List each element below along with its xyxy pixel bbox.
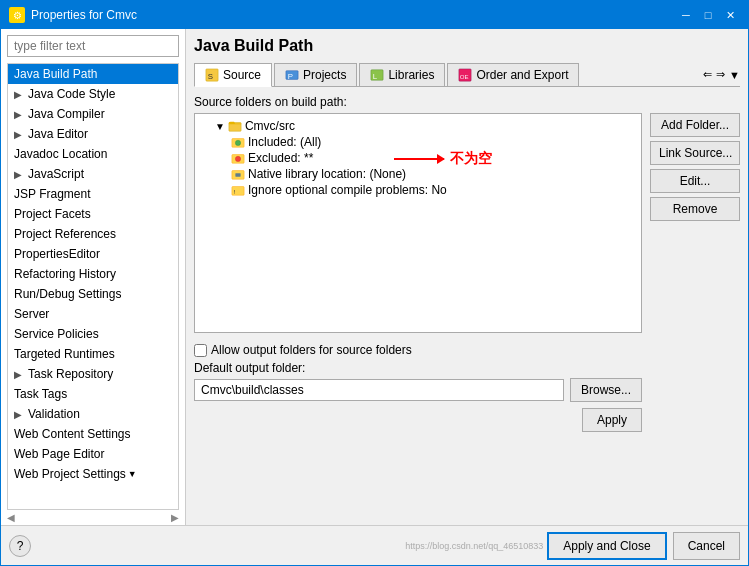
svg-point-12 <box>235 156 240 161</box>
svg-text:L: L <box>373 72 378 81</box>
apply-btn-row: Apply <box>194 408 642 432</box>
bottom-section: Allow output folders for source folders … <box>194 343 642 432</box>
sub-folder-excluded-icon <box>231 151 245 165</box>
close-button[interactable]: ✕ <box>720 5 740 25</box>
maximize-button[interactable]: □ <box>698 5 718 25</box>
title-bar: ⚙ Properties for Cmvc ─ □ ✕ <box>1 1 748 29</box>
svg-text:P: P <box>288 72 293 81</box>
browse-button[interactable]: Browse... <box>570 378 642 402</box>
footer: ? https://blog.csdn.net/qq_46510833 Appl… <box>1 525 748 565</box>
tab-nav-arrows: ⇐ ⇒ ▼ <box>703 63 740 86</box>
section-label: Source folders on build path: <box>194 95 740 109</box>
tab-source[interactable]: S Source <box>194 63 272 87</box>
more-indicator: ▼ <box>128 469 137 479</box>
sidebar-item-java-compiler[interactable]: ▶ Java Compiler <box>8 104 178 124</box>
svg-text:OE: OE <box>460 73 469 80</box>
tree-included[interactable]: Included: (All) <box>199 134 637 150</box>
sidebar-item-web-content[interactable]: Web Content Settings <box>8 424 178 444</box>
svg-text:!: ! <box>234 188 236 195</box>
svg-rect-14 <box>235 173 240 177</box>
svg-text:S: S <box>208 72 213 81</box>
title-bar-buttons: ─ □ ✕ <box>676 5 740 25</box>
tab-forward-icon[interactable]: ⇒ <box>716 68 725 81</box>
tab-libraries[interactable]: L Libraries <box>359 63 445 86</box>
sidebar-item-project-facets[interactable]: Project Facets <box>8 204 178 224</box>
expand-icon: ▶ <box>14 109 26 120</box>
folder-icon <box>228 119 242 133</box>
compile-icon: ! <box>231 183 245 197</box>
sidebar-scroll-nav: ◀ ▶ <box>1 510 185 525</box>
sidebar-item-java-editor[interactable]: ▶ Java Editor <box>8 124 178 144</box>
sidebar-item-project-references[interactable]: Project References <box>8 224 178 244</box>
tab-back-icon[interactable]: ⇐ <box>703 68 712 81</box>
output-label: Default output folder: <box>194 361 642 375</box>
sidebar-list: Java Build Path ▶ Java Code Style ▶ Java… <box>7 63 179 510</box>
tree-excluded[interactable]: Excluded: ** <box>199 150 637 166</box>
sidebar-item-validation[interactable]: ▶ Validation <box>8 404 178 424</box>
allow-output-checkbox[interactable] <box>194 344 207 357</box>
footer-left: ? <box>9 535 405 557</box>
tab-order-export[interactable]: OE Order and Export <box>447 63 579 86</box>
sidebar-item-javadoc[interactable]: Javadoc Location <box>8 144 178 164</box>
svg-point-10 <box>235 140 240 145</box>
sidebar: Java Build Path ▶ Java Code Style ▶ Java… <box>1 29 186 525</box>
output-folder-input[interactable] <box>194 379 564 401</box>
main-panel: Java Build Path S Source P Projects <box>186 29 748 525</box>
allow-output-label: Allow output folders for source folders <box>211 343 412 357</box>
apply-button[interactable]: Apply <box>582 408 642 432</box>
watermark: https://blog.csdn.net/qq_46510833 <box>405 541 547 551</box>
native-lib-icon <box>231 167 245 181</box>
side-buttons-col: Add Folder... Link Source... Edit... Rem… <box>650 113 740 517</box>
source-tree[interactable]: ▼ Cmvc/src <box>194 113 642 333</box>
sidebar-item-javascript[interactable]: ▶ JavaScript <box>8 164 178 184</box>
filter-input[interactable] <box>7 35 179 57</box>
sidebar-item-refactoring-history[interactable]: Refactoring History <box>8 264 178 284</box>
tree-native-lib[interactable]: Native library location: (None) <box>199 166 637 182</box>
source-tab-icon: S <box>205 68 219 82</box>
sidebar-item-jsp-fragment[interactable]: JSP Fragment <box>8 184 178 204</box>
footer-buttons: Apply and Close Cancel <box>547 532 740 560</box>
sidebar-item-server[interactable]: Server <box>8 304 178 324</box>
expand-icon: ▶ <box>14 129 26 140</box>
expand-arrow: ▼ <box>215 121 225 132</box>
link-source-button[interactable]: Link Source... <box>650 141 740 165</box>
scroll-left[interactable]: ◀ <box>7 512 15 523</box>
expand-icon: ▶ <box>14 369 26 380</box>
help-button[interactable]: ? <box>9 535 31 557</box>
main-content-row: ▼ Cmvc/src <box>194 113 740 517</box>
expand-icon: ▶ <box>14 169 26 180</box>
sidebar-item-run-debug[interactable]: Run/Debug Settings <box>8 284 178 304</box>
output-row: Browse... <box>194 378 642 402</box>
scroll-right[interactable]: ▶ <box>171 512 179 523</box>
sidebar-item-service-policies[interactable]: Service Policies <box>8 324 178 344</box>
content-area: Java Build Path ▶ Java Code Style ▶ Java… <box>1 29 748 525</box>
apply-close-button[interactable]: Apply and Close <box>547 532 666 560</box>
sidebar-item-web-page-editor[interactable]: Web Page Editor <box>8 444 178 464</box>
checkbox-row: Allow output folders for source folders <box>194 343 642 357</box>
tree-section: ▼ Cmvc/src <box>194 113 642 517</box>
add-folder-button[interactable]: Add Folder... <box>650 113 740 137</box>
minimize-button[interactable]: ─ <box>676 5 696 25</box>
tree-root[interactable]: ▼ Cmvc/src <box>199 118 637 134</box>
remove-button[interactable]: Remove <box>650 197 740 221</box>
order-tab-icon: OE <box>458 68 472 82</box>
sidebar-item-java-code-style[interactable]: ▶ Java Code Style <box>8 84 178 104</box>
window-icon: ⚙ <box>9 7 25 23</box>
sidebar-item-web-project-settings[interactable]: Web Project Settings ▼ <box>8 464 178 484</box>
panel-title: Java Build Path <box>194 37 740 55</box>
sidebar-item-properties-editor[interactable]: PropertiesEditor <box>8 244 178 264</box>
sidebar-item-java-build-path[interactable]: Java Build Path <box>8 64 178 84</box>
sidebar-item-task-repository[interactable]: ▶ Task Repository <box>8 364 178 384</box>
tree-ignore-compile[interactable]: ! Ignore optional compile problems: No <box>199 182 637 198</box>
cancel-button[interactable]: Cancel <box>673 532 740 560</box>
tab-projects[interactable]: P Projects <box>274 63 357 86</box>
expand-icon: ▶ <box>14 409 26 420</box>
sidebar-item-task-tags[interactable]: Task Tags <box>8 384 178 404</box>
projects-tab-icon: P <box>285 68 299 82</box>
expand-icon: ▶ <box>14 89 26 100</box>
edit-button[interactable]: Edit... <box>650 169 740 193</box>
tab-dropdown-icon[interactable]: ▼ <box>729 69 740 81</box>
sub-folder-icon <box>231 135 245 149</box>
properties-window: ⚙ Properties for Cmvc ─ □ ✕ Java Build P… <box>0 0 749 566</box>
sidebar-item-targeted-runtimes[interactable]: Targeted Runtimes <box>8 344 178 364</box>
